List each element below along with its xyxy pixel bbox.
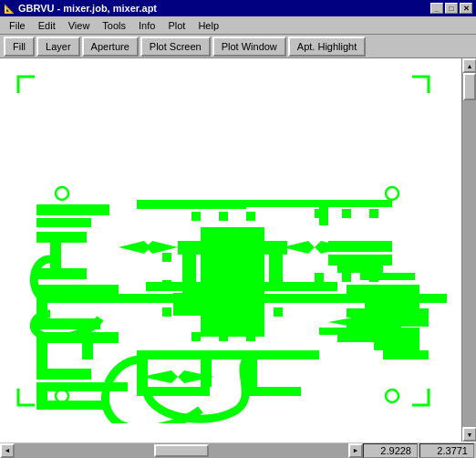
apt-highlight-button[interactable]: Apt. Highlight — [288, 36, 366, 57]
scroll-track-h[interactable] — [15, 443, 348, 458]
scroll-down-button[interactable]: ▼ — [462, 427, 476, 442]
menu-view[interactable]: View — [63, 19, 96, 32]
minimize-button[interactable]: _ — [430, 3, 443, 14]
plot-screen-button[interactable]: Plot Screen — [140, 36, 211, 57]
menu-edit[interactable]: Edit — [33, 19, 61, 32]
status-bar: ◄ ► 2.9228 2.3771 — [0, 442, 476, 458]
scroll-thumb-v[interactable] — [463, 73, 476, 100]
fill-button[interactable]: Fill — [4, 36, 35, 57]
toolbar: Fill Layer Aperture Plot Screen Plot Win… — [0, 35, 476, 58]
coord-y: 2.3771 — [419, 443, 474, 458]
maximize-button[interactable]: □ — [445, 3, 458, 14]
menu-help[interactable]: Help — [192, 19, 224, 32]
menu-info[interactable]: Info — [133, 19, 160, 32]
plot-window-button[interactable]: Plot Window — [212, 36, 286, 57]
vertical-scrollbar[interactable]: ▲ ▼ — [461, 58, 476, 442]
scroll-thumb-h[interactable] — [154, 444, 209, 457]
status-coords: 2.9228 2.3771 — [363, 443, 476, 458]
main-area: ▲ ▼ — [0, 58, 476, 442]
window-title: GBRVU - mixer.job, mixer.apt — [18, 3, 157, 14]
title-bar: 📐 GBRVU - mixer.job, mixer.apt _ □ ✕ — [0, 0, 476, 16]
title-bar-controls: _ □ ✕ — [430, 3, 472, 14]
menu-tools[interactable]: Tools — [97, 19, 131, 32]
scroll-track-v[interactable] — [462, 73, 476, 427]
menu-file[interactable]: File — [4, 19, 31, 32]
close-button[interactable]: ✕ — [460, 3, 472, 14]
scroll-left-button[interactable]: ◄ — [0, 443, 15, 458]
scroll-right-button[interactable]: ► — [348, 443, 363, 458]
menu-bar: File Edit View Tools Info Plot Help — [0, 16, 476, 35]
coord-x: 2.9228 — [363, 443, 418, 458]
title-bar-left: 📐 GBRVU - mixer.job, mixer.apt — [4, 3, 157, 14]
aperture-button[interactable]: Aperture — [82, 36, 139, 57]
menu-plot[interactable]: Plot — [162, 19, 191, 32]
app-icon: 📐 — [4, 4, 15, 14]
layer-button[interactable]: Layer — [36, 36, 80, 57]
canvas-container[interactable] — [0, 58, 461, 442]
scroll-up-button[interactable]: ▲ — [462, 58, 476, 73]
